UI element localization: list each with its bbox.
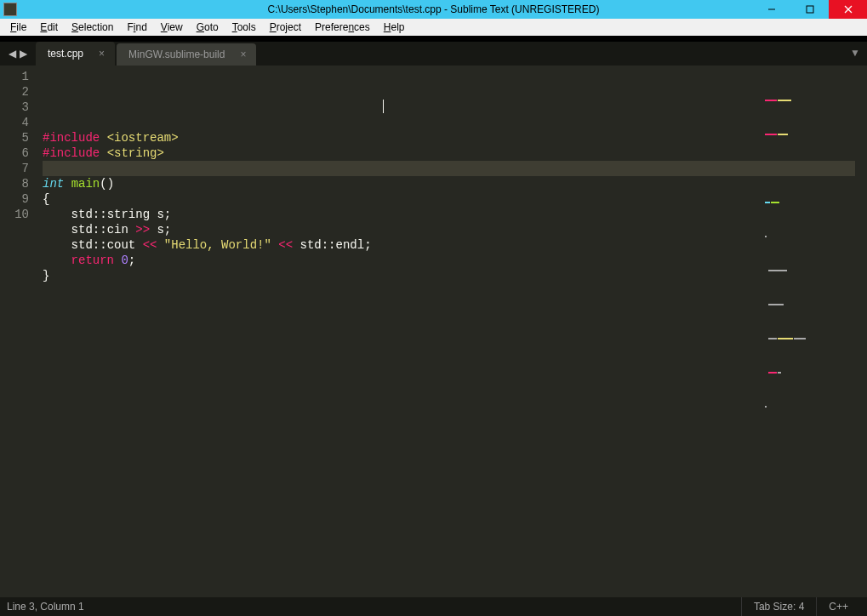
svg-rect-1 xyxy=(807,6,813,13)
code-line[interactable] xyxy=(43,161,855,176)
nav-forward-icon[interactable]: ▶ xyxy=(18,48,29,60)
line-highlight xyxy=(43,161,855,176)
menu-project[interactable]: Project xyxy=(263,20,308,35)
code-line[interactable]: std::string s; xyxy=(43,207,855,222)
tab-test-cpp[interactable]: test.cpp× xyxy=(36,42,115,66)
tab-bar: ◀ ▶ test.cpp×MinGW.sublime-build× ▼ xyxy=(0,42,867,66)
app-icon xyxy=(3,3,17,16)
line-number: 8 xyxy=(0,176,29,191)
menu-edit[interactable]: Edit xyxy=(33,20,65,35)
code-line[interactable]: return 0; xyxy=(43,253,855,268)
code-line[interactable]: std::cout << "Hello, World!" << std::end… xyxy=(43,237,855,253)
window-title: C:\Users\Stephen\Documents\test.cpp - Su… xyxy=(268,3,600,15)
nav-back-icon[interactable]: ◀ xyxy=(7,48,18,60)
code-line[interactable]: } xyxy=(43,268,855,283)
line-number: 9 xyxy=(0,191,29,207)
line-number: 2 xyxy=(0,84,29,100)
vertical-scrollbar[interactable] xyxy=(855,66,867,597)
tab-close-icon[interactable]: × xyxy=(99,48,105,60)
close-button[interactable] xyxy=(829,0,867,19)
status-bar: Line 3, Column 1 Tab Size: 4 C++ xyxy=(0,597,867,616)
code-line[interactable]: #include <iostream> xyxy=(43,130,855,145)
line-number: 10 xyxy=(0,207,29,222)
window-controls xyxy=(752,0,867,19)
window-border-strip xyxy=(0,36,867,42)
minimap[interactable] xyxy=(765,69,841,103)
menu-view[interactable]: View xyxy=(154,20,190,35)
code-line[interactable]: #include <string> xyxy=(43,145,855,161)
tab-history-nav: ◀ ▶ xyxy=(0,42,36,66)
tab-label: test.cpp xyxy=(48,48,83,60)
status-tab-size[interactable]: Tab Size: 4 xyxy=(741,597,816,616)
line-number: 3 xyxy=(0,100,29,115)
status-cursor-position[interactable]: Line 3, Column 1 xyxy=(7,597,96,616)
line-number: 6 xyxy=(0,145,29,161)
code-line[interactable]: { xyxy=(43,191,855,207)
tab-label: MinGW.sublime-build xyxy=(128,48,225,60)
code-content[interactable]: #include <iostream>#include <string>int … xyxy=(37,66,855,597)
line-number: 7 xyxy=(0,161,29,176)
maximize-button[interactable] xyxy=(790,0,829,19)
menu-selection[interactable]: Selection xyxy=(65,20,120,35)
line-number: 1 xyxy=(0,69,29,84)
code-line[interactable]: std::cin >> s; xyxy=(43,222,855,237)
status-syntax[interactable]: C++ xyxy=(816,597,860,616)
tab-close-icon[interactable]: × xyxy=(240,48,246,60)
tab-overflow-icon[interactable]: ▼ xyxy=(850,47,860,59)
menu-find[interactable]: Find xyxy=(120,20,153,35)
menu-file[interactable]: File xyxy=(3,20,33,35)
code-line[interactable]: int main() xyxy=(43,176,855,191)
window-titlebar: C:\Users\Stephen\Documents\test.cpp - Su… xyxy=(0,0,867,19)
menu-goto[interactable]: Goto xyxy=(190,20,225,35)
minimize-button[interactable] xyxy=(752,0,790,19)
line-number-gutter: 12345678910 xyxy=(0,66,37,597)
text-cursor-icon xyxy=(383,100,384,113)
menu-bar: FileEditSelectionFindViewGotoToolsProjec… xyxy=(0,19,867,36)
line-number: 5 xyxy=(0,130,29,145)
menu-help[interactable]: Help xyxy=(377,20,412,35)
tab-mingw-sublime-build[interactable]: MinGW.sublime-build× xyxy=(117,43,256,66)
editor-area[interactable]: 12345678910 #include <iostream>#include … xyxy=(0,66,867,597)
line-number: 4 xyxy=(0,115,29,130)
menu-preferences[interactable]: Preferences xyxy=(308,20,377,35)
menu-tools[interactable]: Tools xyxy=(225,20,263,35)
